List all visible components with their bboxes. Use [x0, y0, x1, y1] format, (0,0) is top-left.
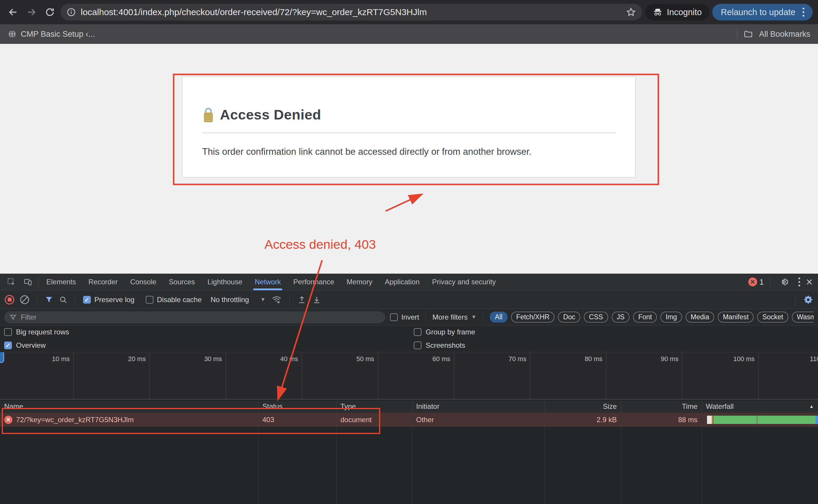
- column-header-waterfall[interactable]: Waterfall▲: [702, 401, 818, 412]
- screenshots-checkbox[interactable]: [414, 342, 421, 349]
- overview-control[interactable]: ✓ Overview: [4, 341, 46, 350]
- tab-lighthouse[interactable]: Lighthouse: [201, 274, 249, 290]
- ruler-label: 50 ms: [324, 355, 374, 363]
- devtools-menu-icon[interactable]: [797, 276, 801, 288]
- page-viewport: Access Denied This order confirmation li…: [0, 44, 818, 274]
- big-request-rows-checkbox[interactable]: [4, 328, 12, 336]
- screenshots-control[interactable]: Screenshots: [414, 341, 465, 350]
- all-bookmarks-label[interactable]: All Bookmarks: [759, 30, 810, 39]
- tab-memory[interactable]: Memory: [340, 274, 379, 290]
- disable-cache-control[interactable]: Disable cache: [146, 296, 202, 304]
- cell-waterfall[interactable]: [702, 413, 818, 427]
- bookmark-star-icon[interactable]: [626, 7, 636, 17]
- console-error-badge[interactable]: ✕ 1: [748, 277, 764, 286]
- network-settings-gear-icon[interactable]: [803, 295, 813, 305]
- cell-type[interactable]: document: [336, 413, 412, 427]
- devtools-settings-gear-icon[interactable]: [776, 277, 792, 287]
- chip-wasm[interactable]: Wasm: [792, 312, 814, 323]
- column-header-time[interactable]: Time: [621, 401, 702, 412]
- bookmarks-divider: [737, 29, 738, 39]
- ruler-gridline: [606, 352, 606, 399]
- big-request-rows-control[interactable]: Big request rows: [4, 328, 69, 336]
- site-info-icon[interactable]: [66, 7, 76, 17]
- filter-toggle-icon[interactable]: [45, 296, 53, 304]
- network-overview-strip[interactable]: 10 ms20 ms30 ms40 ms50 ms60 ms70 ms80 ms…: [0, 352, 818, 400]
- cell-size[interactable]: 2.9 kB: [545, 413, 621, 427]
- chip-font[interactable]: Font: [633, 312, 657, 323]
- column-header-type[interactable]: Type: [336, 401, 412, 412]
- search-icon[interactable]: [59, 296, 67, 304]
- inspect-element-icon[interactable]: [3, 274, 20, 290]
- chip-socket[interactable]: Socket: [757, 312, 788, 323]
- tab-elements[interactable]: Elements: [40, 274, 82, 290]
- chip-media[interactable]: Media: [686, 312, 714, 323]
- cell-initiator[interactable]: Other: [412, 413, 545, 427]
- screenshots-label: Screenshots: [426, 341, 465, 350]
- chip-fetch-xhr[interactable]: Fetch/XHR: [511, 312, 554, 323]
- forward-icon[interactable]: [24, 4, 39, 20]
- group-by-frame-checkbox[interactable]: [414, 328, 421, 336]
- bookmark-item[interactable]: CMP Basic Setup ‹...: [8, 30, 95, 39]
- cell-status[interactable]: 403: [258, 413, 336, 427]
- error-circle-icon: ✕: [748, 277, 757, 286]
- tab-privacy-and-security[interactable]: Privacy and security: [426, 274, 502, 290]
- chip-manifest[interactable]: Manifest: [718, 312, 754, 323]
- devtools-close-icon[interactable]: ×: [806, 276, 813, 288]
- column-header-size[interactable]: Size: [545, 401, 621, 412]
- overview-handle[interactable]: [0, 352, 4, 363]
- filter-input[interactable]: Filter: [4, 311, 385, 323]
- lock-icon: [202, 107, 215, 123]
- ruler-label: 30 ms: [171, 355, 222, 363]
- tab-recorder[interactable]: Recorder: [82, 274, 124, 290]
- chip-css[interactable]: CSS: [584, 312, 608, 323]
- column-divider: [757, 401, 757, 504]
- column-header-status[interactable]: Status: [258, 401, 336, 412]
- chip-doc[interactable]: Doc: [558, 312, 580, 323]
- clear-network-log-icon[interactable]: [20, 295, 29, 304]
- browser-menu-icon[interactable]: [801, 7, 806, 18]
- screenshot-root: localhost:4001/index.php/checkout/order-…: [0, 0, 818, 504]
- more-filters-label: More filters: [432, 313, 468, 321]
- ruler-label: 70 ms: [476, 355, 526, 363]
- throttling-dropdown[interactable]: No throttling ▼: [211, 296, 265, 304]
- column-header-initiator[interactable]: Initiator: [412, 401, 545, 412]
- column-header-name[interactable]: Name: [0, 401, 258, 412]
- network-conditions-icon[interactable]: [272, 295, 282, 304]
- tab-sources[interactable]: Sources: [163, 274, 201, 290]
- folder-icon: [744, 29, 753, 39]
- chip-img[interactable]: Img: [661, 312, 682, 323]
- overview-checkbox[interactable]: ✓: [4, 342, 12, 349]
- url-text[interactable]: localhost:4001/index.php/checkout/order-…: [81, 7, 621, 17]
- relaunch-to-update-button[interactable]: Relaunch to update: [712, 4, 813, 20]
- preserve-log-control[interactable]: ✓ Preserve log: [83, 296, 134, 304]
- back-icon[interactable]: [5, 4, 21, 20]
- tab-network[interactable]: Network: [249, 274, 287, 290]
- cell-name[interactable]: ✕72/?key=wc_order_kzRT7G5N3HJlm: [0, 413, 258, 427]
- column-divider: [336, 401, 337, 504]
- group-by-frame-control[interactable]: Group by frame: [414, 328, 475, 336]
- import-har-icon[interactable]: [297, 295, 306, 304]
- chip-all[interactable]: All: [490, 312, 507, 323]
- invert-label: Invert: [401, 313, 419, 321]
- filter-placeholder: Filter: [21, 313, 36, 321]
- record-network-log-icon[interactable]: [5, 295, 14, 304]
- reload-icon[interactable]: [42, 4, 58, 20]
- invert-checkbox[interactable]: [390, 313, 398, 321]
- cell-time[interactable]: 88 ms: [621, 413, 702, 427]
- export-har-icon[interactable]: [312, 295, 321, 304]
- filter-funnel-icon: [9, 314, 17, 321]
- bookmarks-bar: CMP Basic Setup ‹... All Bookmarks: [0, 24, 818, 44]
- request-row[interactable]: ✕72/?key=wc_order_kzRT7G5N3HJlm403docume…: [0, 413, 818, 427]
- invert-control[interactable]: Invert: [390, 313, 419, 321]
- tab-console[interactable]: Console: [124, 274, 163, 290]
- preserve-log-checkbox[interactable]: ✓: [83, 296, 91, 304]
- chip-js[interactable]: JS: [612, 312, 630, 323]
- tab-application[interactable]: Application: [378, 274, 426, 290]
- column-divider: [258, 401, 259, 504]
- address-bar[interactable]: localhost:4001/index.php/checkout/order-…: [60, 4, 642, 20]
- device-toolbar-icon[interactable]: [20, 274, 36, 290]
- tab-performance[interactable]: Performance: [287, 274, 340, 290]
- disable-cache-checkbox[interactable]: [146, 296, 153, 304]
- more-filters-dropdown[interactable]: More filters ▼: [432, 313, 477, 321]
- heading-divider: [202, 133, 616, 133]
